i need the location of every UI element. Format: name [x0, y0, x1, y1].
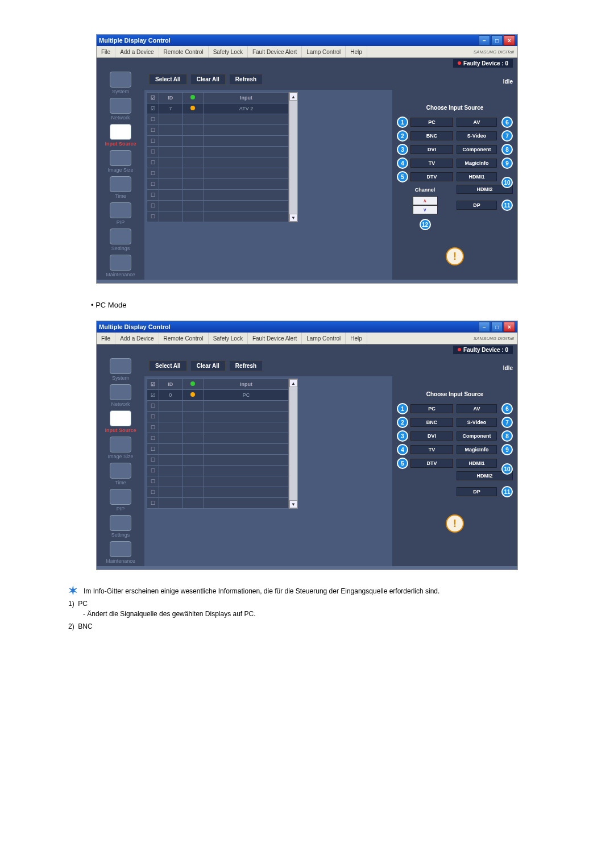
src-magicinfo[interactable]: MagicInfo — [457, 445, 497, 454]
scroll-up-icon[interactable]: ▲ — [289, 379, 297, 387]
titlebar: Multiple Display Control − □ × — [97, 321, 517, 333]
sidebar-item-input-source[interactable]: Input Source — [97, 409, 144, 434]
sidebar-item-image-size[interactable]: Image Size — [97, 149, 144, 174]
menu-file[interactable]: File — [97, 46, 115, 57]
select-all-button[interactable]: Select All — [149, 360, 187, 371]
clear-all-button[interactable]: Clear All — [190, 360, 226, 371]
clear-all-button[interactable]: Clear All — [190, 74, 226, 85]
menu-lamp[interactable]: Lamp Control — [302, 333, 346, 344]
src-hdmi1[interactable]: HDMI1 — [457, 172, 497, 181]
grid-row[interactable]: ☐ — [147, 433, 289, 444]
sidebar-item-pip[interactable]: PIP — [97, 201, 144, 226]
src-dvi[interactable]: DVI — [410, 145, 453, 154]
src-component[interactable]: Component — [457, 145, 497, 154]
src-dtv[interactable]: DTV — [410, 459, 453, 468]
grid-row[interactable]: ☐ — [147, 455, 289, 466]
src-dp[interactable]: DP — [457, 201, 497, 210]
src-component[interactable]: Component — [457, 431, 497, 441]
menu-fault[interactable]: Fault Device Alert — [248, 333, 302, 344]
scroll-down-icon[interactable]: ▼ — [289, 500, 297, 508]
grid-row[interactable]: ☐ — [147, 401, 289, 412]
grid-row[interactable]: ☐ — [147, 466, 289, 476]
grid-row[interactable]: ☐ — [147, 444, 289, 455]
src-av[interactable]: AV — [457, 404, 497, 413]
menu-fault[interactable]: Fault Device Alert — [248, 46, 302, 57]
minimize-button[interactable]: − — [479, 322, 490, 332]
sidebar-item-settings[interactable]: Settings — [97, 227, 144, 252]
src-bnc[interactable]: BNC — [410, 131, 453, 140]
menu-file[interactable]: File — [97, 333, 115, 344]
sidebar-item-network[interactable]: Network — [97, 383, 144, 408]
grid-row[interactable]: ☐ — [147, 201, 289, 211]
grid-row[interactable]: ☐ — [147, 412, 289, 422]
src-svideo[interactable]: S-Video — [457, 418, 497, 427]
maximize-button[interactable]: □ — [491, 322, 503, 332]
idle-label: Idle — [503, 365, 513, 371]
menu-lamp[interactable]: Lamp Control — [302, 46, 346, 57]
sidebar-item-system[interactable]: System — [97, 70, 144, 95]
sidebar-item-system[interactable]: System — [97, 357, 144, 382]
grid-row-selected[interactable]: ☑ 7 ATV 2 — [147, 103, 289, 114]
sidebar-item-time[interactable]: Time — [97, 462, 144, 487]
grid-checkbox-header[interactable]: ☑ — [147, 93, 159, 103]
menu-help[interactable]: Help — [346, 333, 367, 344]
menu-remote[interactable]: Remote Control — [159, 333, 209, 344]
grid-row-selected[interactable]: ☑ 0 PC — [147, 390, 289, 401]
grid-checkbox-header[interactable]: ☑ — [147, 379, 159, 390]
minimize-button[interactable]: − — [479, 35, 490, 45]
grid-row[interactable]: ☐ — [147, 498, 289, 509]
grid-row[interactable]: ☐ — [147, 211, 289, 222]
src-pc[interactable]: PC — [410, 404, 453, 413]
sidebar-item-pip[interactable]: PIP — [97, 488, 144, 513]
src-magicinfo[interactable]: MagicInfo — [457, 159, 497, 168]
src-dtv[interactable]: DTV — [410, 172, 453, 181]
grid-row[interactable]: ☐ — [147, 168, 289, 179]
grid-row[interactable]: ☐ — [147, 147, 289, 157]
grid-scrollbar[interactable]: ▲ ▼ — [289, 379, 298, 509]
src-av[interactable]: AV — [457, 118, 497, 127]
menu-remote[interactable]: Remote Control — [159, 46, 209, 57]
maximize-button[interactable]: □ — [491, 35, 503, 45]
sidebar-item-time[interactable]: Time — [97, 175, 144, 200]
sidebar-item-network[interactable]: Network — [97, 97, 144, 122]
sidebar-item-maintenance[interactable]: Maintenance — [97, 254, 144, 279]
menu-add-device[interactable]: Add a Device — [115, 333, 159, 344]
grid-scrollbar[interactable]: ▲ ▼ — [289, 92, 298, 222]
menu-add-device[interactable]: Add a Device — [115, 46, 159, 57]
idle-label: Idle — [503, 78, 513, 85]
grid-row[interactable]: ☐ — [147, 157, 289, 168]
sidebar-item-image-size[interactable]: Image Size — [97, 435, 144, 460]
sidebar-item-maintenance[interactable]: Maintenance — [97, 540, 144, 565]
src-hdmi1[interactable]: HDMI1 — [457, 459, 497, 468]
sidebar-item-settings[interactable]: Settings — [97, 514, 144, 539]
grid-row[interactable]: ☐ — [147, 179, 289, 190]
src-tv[interactable]: TV — [410, 159, 453, 168]
channel-down-button[interactable]: ∨ — [413, 205, 438, 214]
menu-safety[interactable]: Safety Lock — [209, 46, 248, 57]
grid-row[interactable]: ☐ — [147, 487, 289, 498]
sidebar-item-input-source[interactable]: Input Source — [97, 123, 144, 148]
src-dp[interactable]: DP — [457, 487, 497, 496]
src-svideo[interactable]: S-Video — [457, 131, 497, 140]
close-button[interactable]: × — [504, 322, 515, 332]
menu-safety[interactable]: Safety Lock — [209, 333, 248, 344]
scroll-up-icon[interactable]: ▲ — [289, 93, 297, 101]
grid-row[interactable]: ☐ — [147, 422, 289, 433]
menu-help[interactable]: Help — [346, 46, 367, 57]
scroll-down-icon[interactable]: ▼ — [289, 214, 297, 222]
refresh-button[interactable]: Refresh — [229, 74, 263, 85]
src-bnc[interactable]: BNC — [410, 418, 453, 427]
grid-row[interactable]: ☐ — [147, 114, 289, 125]
grid-row[interactable]: ☐ — [147, 125, 289, 136]
badge-7: 7 — [501, 417, 513, 428]
close-button[interactable]: × — [504, 35, 515, 45]
grid-row[interactable]: ☐ — [147, 476, 289, 487]
grid-row[interactable]: ☐ — [147, 136, 289, 147]
src-tv[interactable]: TV — [410, 445, 453, 454]
channel-up-button[interactable]: ∧ — [413, 196, 438, 205]
select-all-button[interactable]: Select All — [149, 74, 187, 85]
grid-row[interactable]: ☐ — [147, 190, 289, 201]
src-pc[interactable]: PC — [410, 118, 453, 127]
src-dvi[interactable]: DVI — [410, 431, 453, 441]
refresh-button[interactable]: Refresh — [229, 360, 263, 371]
